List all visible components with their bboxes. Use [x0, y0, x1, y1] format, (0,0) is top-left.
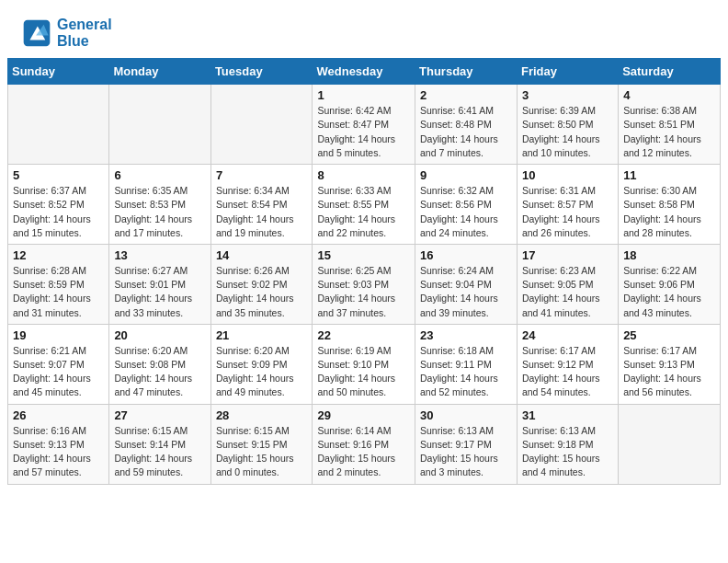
calendar-day-cell: 22Sunrise: 6:19 AM Sunset: 9:10 PM Dayli… — [313, 324, 415, 404]
calendar-day-cell: 29Sunrise: 6:14 AM Sunset: 9:16 PM Dayli… — [313, 404, 415, 484]
calendar-day-cell: 11Sunrise: 6:30 AM Sunset: 8:58 PM Dayli… — [619, 165, 721, 245]
calendar-day-cell: 3Sunrise: 6:39 AM Sunset: 8:50 PM Daylig… — [517, 85, 618, 165]
day-number: 3 — [522, 88, 613, 102]
calendar-day-header: Friday — [517, 59, 618, 85]
day-number: 1 — [317, 88, 410, 102]
calendar-day-cell: 10Sunrise: 6:31 AM Sunset: 8:57 PM Dayli… — [517, 165, 618, 245]
day-info: Sunrise: 6:18 AM Sunset: 9:11 PM Dayligh… — [420, 344, 512, 400]
calendar-day-header: Tuesday — [210, 59, 313, 85]
calendar-day-cell: 30Sunrise: 6:13 AM Sunset: 9:17 PM Dayli… — [415, 404, 518, 484]
day-info: Sunrise: 6:17 AM Sunset: 9:13 PM Dayligh… — [623, 344, 715, 400]
calendar-wrapper: SundayMondayTuesdayWednesdayThursdayFrid… — [0, 58, 728, 491]
logo-icon — [22, 18, 51, 48]
calendar-day-cell: 6Sunrise: 6:35 AM Sunset: 8:53 PM Daylig… — [109, 165, 210, 245]
day-info: Sunrise: 6:38 AM Sunset: 8:51 PM Dayligh… — [623, 104, 715, 160]
calendar-day-cell: 7Sunrise: 6:34 AM Sunset: 8:54 PM Daylig… — [210, 165, 313, 245]
day-number: 10 — [522, 168, 613, 182]
calendar-day-cell: 14Sunrise: 6:26 AM Sunset: 9:02 PM Dayli… — [210, 244, 313, 324]
calendar-day-header: Wednesday — [313, 59, 415, 85]
day-number: 17 — [522, 248, 613, 262]
day-info: Sunrise: 6:20 AM Sunset: 9:09 PM Dayligh… — [216, 344, 308, 400]
day-info: Sunrise: 6:19 AM Sunset: 9:10 PM Dayligh… — [317, 344, 410, 400]
calendar-header-row: SundayMondayTuesdayWednesdayThursdayFrid… — [8, 59, 721, 85]
calendar-day-cell: 16Sunrise: 6:24 AM Sunset: 9:04 PM Dayli… — [415, 244, 518, 324]
calendar-day-cell: 19Sunrise: 6:21 AM Sunset: 9:07 PM Dayli… — [8, 324, 109, 404]
day-info: Sunrise: 6:17 AM Sunset: 9:12 PM Dayligh… — [522, 344, 613, 400]
day-number: 24 — [522, 328, 613, 342]
day-number: 4 — [623, 88, 715, 102]
day-info: Sunrise: 6:39 AM Sunset: 8:50 PM Dayligh… — [522, 104, 613, 160]
calendar-day-header: Thursday — [415, 59, 518, 85]
day-number: 13 — [114, 248, 205, 262]
day-info: Sunrise: 6:35 AM Sunset: 8:53 PM Dayligh… — [114, 184, 205, 240]
calendar-day-cell: 21Sunrise: 6:20 AM Sunset: 9:09 PM Dayli… — [210, 324, 313, 404]
day-number: 9 — [420, 168, 512, 182]
day-number: 7 — [216, 168, 308, 182]
calendar-day-cell: 23Sunrise: 6:18 AM Sunset: 9:11 PM Dayli… — [415, 324, 518, 404]
day-number: 30 — [420, 408, 512, 422]
day-info: Sunrise: 6:13 AM Sunset: 9:17 PM Dayligh… — [420, 424, 512, 480]
calendar-day-cell: 26Sunrise: 6:16 AM Sunset: 9:13 PM Dayli… — [8, 404, 109, 484]
day-number: 21 — [216, 328, 308, 342]
day-info: Sunrise: 6:15 AM Sunset: 9:14 PM Dayligh… — [114, 424, 205, 480]
day-number: 8 — [317, 168, 410, 182]
day-number: 16 — [420, 248, 512, 262]
day-number: 14 — [216, 248, 308, 262]
calendar-day-cell: 25Sunrise: 6:17 AM Sunset: 9:13 PM Dayli… — [619, 324, 721, 404]
calendar-day-cell: 5Sunrise: 6:37 AM Sunset: 8:52 PM Daylig… — [8, 165, 109, 245]
calendar-day-header: Sunday — [8, 59, 109, 85]
day-info: Sunrise: 6:32 AM Sunset: 8:56 PM Dayligh… — [420, 184, 512, 240]
day-number: 15 — [317, 248, 410, 262]
calendar-day-cell — [210, 85, 313, 165]
calendar-week-row: 1Sunrise: 6:42 AM Sunset: 8:47 PM Daylig… — [8, 85, 721, 165]
day-number: 31 — [522, 408, 613, 422]
calendar-day-cell: 1Sunrise: 6:42 AM Sunset: 8:47 PM Daylig… — [313, 85, 415, 165]
day-number: 26 — [13, 408, 104, 422]
calendar-day-cell: 27Sunrise: 6:15 AM Sunset: 9:14 PM Dayli… — [109, 404, 210, 484]
calendar-day-cell: 18Sunrise: 6:22 AM Sunset: 9:06 PM Dayli… — [619, 244, 721, 324]
day-info: Sunrise: 6:13 AM Sunset: 9:18 PM Dayligh… — [522, 424, 613, 480]
day-info: Sunrise: 6:22 AM Sunset: 9:06 PM Dayligh… — [623, 264, 715, 320]
calendar-week-row: 19Sunrise: 6:21 AM Sunset: 9:07 PM Dayli… — [8, 324, 721, 404]
day-info: Sunrise: 6:16 AM Sunset: 9:13 PM Dayligh… — [13, 424, 104, 480]
day-info: Sunrise: 6:30 AM Sunset: 8:58 PM Dayligh… — [623, 184, 715, 240]
day-number: 11 — [623, 168, 715, 182]
day-info: Sunrise: 6:26 AM Sunset: 9:02 PM Dayligh… — [216, 264, 308, 320]
day-number: 27 — [114, 408, 205, 422]
calendar-day-header: Monday — [109, 59, 210, 85]
day-number: 20 — [114, 328, 205, 342]
calendar-week-row: 26Sunrise: 6:16 AM Sunset: 9:13 PM Dayli… — [8, 404, 721, 484]
calendar-day-cell: 8Sunrise: 6:33 AM Sunset: 8:55 PM Daylig… — [313, 165, 415, 245]
day-info: Sunrise: 6:23 AM Sunset: 9:05 PM Dayligh… — [522, 264, 613, 320]
day-info: Sunrise: 6:27 AM Sunset: 9:01 PM Dayligh… — [114, 264, 205, 320]
day-info: Sunrise: 6:20 AM Sunset: 9:08 PM Dayligh… — [114, 344, 205, 400]
day-number: 6 — [114, 168, 205, 182]
calendar-table: SundayMondayTuesdayWednesdayThursdayFrid… — [7, 58, 721, 484]
day-info: Sunrise: 6:41 AM Sunset: 8:48 PM Dayligh… — [420, 104, 512, 160]
day-number: 18 — [623, 248, 715, 262]
logo: General Blue — [22, 17, 112, 49]
logo-text: General Blue — [57, 17, 112, 49]
calendar-day-cell: 24Sunrise: 6:17 AM Sunset: 9:12 PM Dayli… — [517, 324, 618, 404]
day-number: 19 — [13, 328, 104, 342]
day-number: 23 — [420, 328, 512, 342]
calendar-day-cell: 17Sunrise: 6:23 AM Sunset: 9:05 PM Dayli… — [517, 244, 618, 324]
calendar-day-cell — [8, 85, 109, 165]
day-info: Sunrise: 6:21 AM Sunset: 9:07 PM Dayligh… — [13, 344, 104, 400]
day-number: 5 — [13, 168, 104, 182]
day-info: Sunrise: 6:14 AM Sunset: 9:16 PM Dayligh… — [317, 424, 410, 480]
calendar-day-header: Saturday — [619, 59, 721, 85]
calendar-day-cell: 9Sunrise: 6:32 AM Sunset: 8:56 PM Daylig… — [415, 165, 518, 245]
day-info: Sunrise: 6:37 AM Sunset: 8:52 PM Dayligh… — [13, 184, 104, 240]
calendar-day-cell: 4Sunrise: 6:38 AM Sunset: 8:51 PM Daylig… — [619, 85, 721, 165]
page-header: General Blue — [0, 0, 728, 58]
calendar-day-cell: 12Sunrise: 6:28 AM Sunset: 8:59 PM Dayli… — [8, 244, 109, 324]
calendar-day-cell: 28Sunrise: 6:15 AM Sunset: 9:15 PM Dayli… — [210, 404, 313, 484]
day-info: Sunrise: 6:31 AM Sunset: 8:57 PM Dayligh… — [522, 184, 613, 240]
calendar-day-cell: 15Sunrise: 6:25 AM Sunset: 9:03 PM Dayli… — [313, 244, 415, 324]
day-number: 22 — [317, 328, 410, 342]
calendar-day-cell — [109, 85, 210, 165]
day-number: 12 — [13, 248, 104, 262]
day-info: Sunrise: 6:42 AM Sunset: 8:47 PM Dayligh… — [317, 104, 410, 160]
calendar-day-cell: 31Sunrise: 6:13 AM Sunset: 9:18 PM Dayli… — [517, 404, 618, 484]
